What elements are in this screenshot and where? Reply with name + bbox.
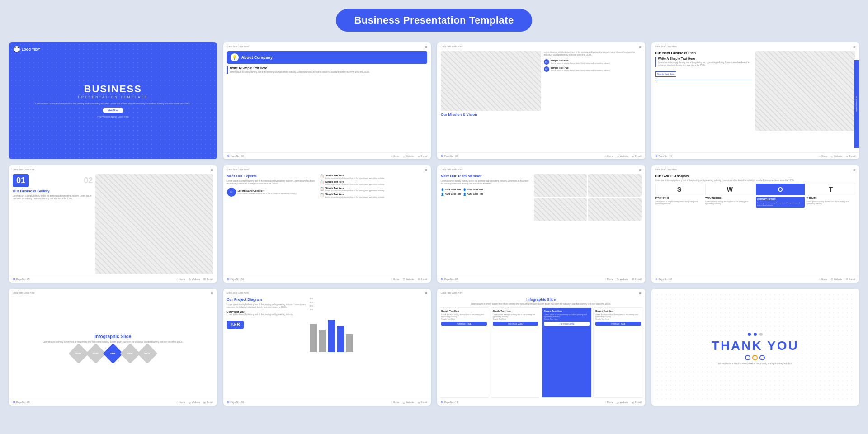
expert-item-4-text: Simple Text Here Lorem ipsum is simply d…	[326, 193, 385, 198]
hamburger-icon-3: ≡	[639, 45, 642, 49]
slide-11: Great Title Goes Here ≡ Infographic Slid…	[437, 289, 645, 406]
swot-grid: STRENGTHS Lorem ipsum is simply dummy te…	[655, 197, 856, 208]
slide-10-header: Great Title Goes Here ≡	[223, 289, 431, 297]
page-num-3: ⊕ Page No - 03	[441, 154, 458, 158]
slide-5-right	[95, 174, 213, 274]
slide-3: Great Title Goes Here ≡ Our Mission & Vi…	[437, 42, 645, 159]
circle-3	[760, 355, 765, 360]
buy-btn-4[interactable]: Purchase: 499$	[595, 322, 641, 326]
page-title: Business Presentation Template	[336, 9, 532, 32]
nav-website-10: ⊙Website	[403, 401, 414, 404]
nav-items-2: ⌂Home ⊙Website ✉E-mail	[391, 155, 427, 158]
expert-item-2: 📋 Simple Text Here Lorem ipsum is simply…	[320, 180, 427, 185]
page-num-11: ⊕ Page No - 11	[441, 401, 458, 404]
hamburger-icon-6: ≡	[425, 168, 427, 172]
slide-10-left: Our Project Diagram Lorem ipsum is simpl…	[227, 297, 307, 397]
page-num-6: ⊕ Page No - 06	[227, 278, 244, 281]
mission-desc: Lorem ipsum is simply dummy text of the …	[544, 51, 642, 57]
visit-btn[interactable]: Visit Now	[103, 108, 123, 113]
nav-email-3: ✉E-mail	[632, 155, 641, 158]
mission-img	[441, 51, 541, 111]
nav-website-7: ⊙Website	[617, 278, 628, 281]
page-num-5: ⊕ Page No - 05	[13, 278, 29, 281]
slide-3-right: Lorem ipsum is simply dummy text of the …	[544, 51, 642, 151]
diamond-1: 500K	[71, 346, 86, 361]
expert-item-1: 📋 Simple Text Here Lorem ipsum is simply…	[320, 174, 427, 179]
page-num-10: ⊕ Page No - 10	[227, 401, 244, 404]
slide-10-body: Our Project Diagram Lorem ipsum is simpl…	[223, 297, 431, 399]
nav-website-3: ⊙Website	[617, 155, 628, 158]
slide-5-body: 01 02 Our Business Gallery Lorem ipsum i…	[9, 173, 217, 275]
nav-home-4: ⌂Home	[819, 155, 827, 157]
slide-6: Great Title Goes Here ≡ Meet Our Experts…	[223, 165, 431, 282]
slide-2-great-title: Great Title Goes Here	[227, 45, 249, 48]
write-body: Lorem ipsum is simply dummy text of the …	[230, 71, 428, 74]
nav-items-8: ⌂Home ⊙Website ✉E-mail	[819, 278, 855, 281]
team-img-4	[588, 198, 641, 221]
bar-rect-4	[337, 326, 344, 352]
gallery-desc: Lorem ipsum is simply dummy text of the …	[13, 195, 93, 201]
nav-home-7: ⌂Home	[604, 278, 613, 281]
buy-btn-3[interactable]: Purchase: 399$	[544, 322, 590, 326]
slide-7-right	[534, 174, 642, 274]
slide-6-header: Great Title Goes Here ≡	[223, 165, 431, 173]
nav-website-11: ⊙Website	[617, 401, 628, 404]
diamond-4: 800K	[123, 346, 137, 361]
pricing-desc: Lorem ipsum is simply dummy text of the …	[439, 303, 643, 306]
expert-info: Experts Name Goes Here Lorem ipsum is si…	[238, 189, 297, 194]
slide-3-footer: ⊕ Page No - 03 ⌂Home ⊙Website ✉E-mail	[437, 152, 645, 159]
nav-home-10: ⌂Home	[391, 401, 399, 404]
nav-email-9: ✉E-mail	[203, 401, 213, 404]
hamburger-icon-7: ≡	[639, 168, 642, 172]
slide-9-header: Great Title Goes Here ≡	[9, 289, 217, 297]
diamond-5: 900K	[140, 346, 155, 361]
gallery-img	[95, 174, 213, 274]
slide-7-header: Great Title Goes Here ≡	[437, 165, 645, 173]
buy-btn-2[interactable]: Purchase: 299$	[493, 322, 538, 326]
write-title: Write A Simple Text Here	[230, 66, 428, 70]
bar-rect-3	[328, 320, 335, 352]
bar-2	[319, 330, 326, 352]
nav-home-2: ⌂Home	[391, 155, 399, 157]
slides-grid: ⬡ LOGO TEXT BUSINESS PRESENTATION TEMPLA…	[9, 42, 859, 406]
nav-items-10: ⌂Home ⊙Website ✉E-mail	[391, 401, 427, 404]
bar-3	[328, 320, 335, 352]
slide-4-footer: ⊕ Page No - 04 ⌂Home ⊙Website ✉E-mail	[651, 152, 859, 159]
slide-3-great-title: Great Title Goes Here	[441, 45, 463, 48]
page-num-4: ⊕ Page No - 04	[655, 154, 672, 158]
thank-you-title: THANK YOU	[712, 339, 799, 353]
hamburger-icon-11: ≡	[639, 292, 642, 296]
slide-3-body: Our Mission & Vision Lorem ipsum is simp…	[437, 50, 645, 152]
team-names-row1: 👤 Name Goes Here 👤 Name Goes Here	[441, 188, 531, 191]
circles-row	[745, 355, 765, 360]
slide-7-body: Meet Our Team Member Lorem ipsum is simp…	[437, 173, 645, 275]
team-title: Meet Our Team Member	[441, 174, 531, 179]
slide-7-footer: ⊕ Page No - 07 ⌂Home ⊙Website ✉E-mail	[437, 276, 645, 283]
expert-item-1-text: Simple Text Here Lorem ipsum is simply d…	[326, 174, 385, 179]
pricing-title: Infographic Slide	[439, 297, 643, 302]
slide-11-header: Great Title Goes Here ≡	[437, 289, 645, 297]
experts-title: Meet Our Experts	[227, 174, 317, 179]
circle-1	[745, 355, 750, 360]
slide-4-header: Great Title Goes Here ≡	[651, 42, 859, 50]
nav-website-4: ⊙Website	[831, 155, 842, 158]
hamburger-icon-5: ≡	[211, 168, 213, 172]
hamburger-icon-2: ≡	[425, 45, 427, 49]
member-3: 👤 Name Goes Here	[441, 193, 461, 196]
item2-num: 02	[544, 66, 549, 72]
slide-4-left: Our Next Business Plan Write A Simple Te…	[655, 51, 753, 151]
pricing-col-2: Simple Text Here Lorem ipsum is simply d…	[491, 307, 541, 398]
logo-text: LOGO TEXT	[22, 48, 40, 51]
write-title-4: Write A Simple Text Here	[658, 57, 753, 60]
dots-pattern	[9, 42, 217, 159]
team-desc: Lorem ipsum is simply dummy text of the …	[441, 180, 531, 186]
page-title-bar: Business Presentation Template	[9, 9, 859, 32]
expert-item-3: 📋 Simple Text Here Lorem ipsum is simply…	[320, 187, 427, 192]
page-num-9: ⊕ Page No - 09	[13, 401, 29, 404]
plan-img	[755, 51, 855, 131]
buy-btn-1[interactable]: Purchase: 199$	[441, 322, 487, 326]
nav-email-10: ✉E-mail	[418, 401, 427, 404]
about-icon: 💡	[231, 53, 239, 61]
infographic1-desc: Lorem ipsum is simply dummy text of the …	[14, 341, 212, 344]
item1-text: Simple Text One Lorem ipsum is simply du…	[551, 59, 610, 64]
